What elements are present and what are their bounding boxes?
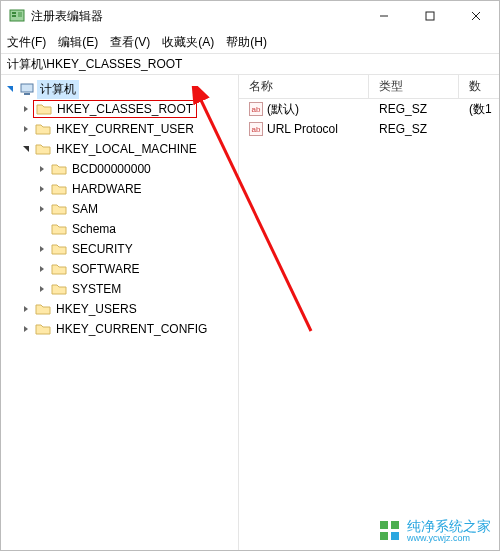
folder-icon [35,141,51,157]
computer-icon [19,81,35,97]
expand-icon[interactable] [3,82,17,96]
tree-node-hkcu[interactable]: HKEY_CURRENT_USER [1,119,238,139]
expand-icon[interactable] [35,182,49,196]
expand-icon[interactable] [35,262,49,276]
svg-rect-1 [12,12,16,14]
watermark-url: www.ycwjz.com [407,534,491,544]
address-text: 计算机\HKEY_CLASSES_ROOT [7,56,182,73]
tree-node-sam[interactable]: SAM [1,199,238,219]
watermark: 纯净系统之家 www.ycwjz.com [379,519,491,544]
tree-label: HKEY_LOCAL_MACHINE [53,141,200,157]
col-name[interactable]: 名称 [239,75,369,98]
value-data: (数1 [459,101,499,118]
svg-rect-8 [21,84,33,92]
folder-icon [51,221,67,237]
svg-rect-5 [426,12,434,20]
value-name: (默认) [267,101,299,118]
col-type[interactable]: 类型 [369,75,459,98]
list-item[interactable]: ab URL Protocol REG_SZ [239,119,499,139]
expand-icon[interactable] [35,202,49,216]
svg-rect-2 [12,15,16,17]
string-value-icon: ab [249,122,263,136]
tree-label: HKEY_CLASSES_ROOT [54,101,196,117]
expand-icon[interactable] [35,242,49,256]
tree-label: SECURITY [69,241,136,257]
folder-icon [35,321,51,337]
list-header: 名称 类型 数 [239,75,499,99]
tree-label: BCD00000000 [69,161,154,177]
menu-favorites[interactable]: 收藏夹(A) [162,34,214,51]
col-data[interactable]: 数 [459,75,499,98]
value-name: URL Protocol [267,122,338,136]
tree-label: HKEY_CURRENT_CONFIG [53,321,210,337]
svg-rect-11 [380,521,388,529]
tree-label: SOFTWARE [69,261,143,277]
tree-node-bcd[interactable]: BCD00000000 [1,159,238,179]
folder-icon [51,201,67,217]
svg-rect-9 [24,93,30,95]
folder-icon [51,241,67,257]
tree-node-software[interactable]: SOFTWARE [1,259,238,279]
expand-icon[interactable] [35,282,49,296]
tree-node-hku[interactable]: HKEY_USERS [1,299,238,319]
svg-rect-3 [18,12,22,17]
folder-icon [51,281,67,297]
tree-pane[interactable]: 计算机 HKEY_CLASSES_ROOT HKEY_CURRENT_USER … [1,75,239,550]
window-title: 注册表编辑器 [31,8,361,25]
tree-label: HKEY_USERS [53,301,140,317]
menu-help[interactable]: 帮助(H) [226,34,267,51]
svg-rect-14 [391,532,399,540]
folder-icon [51,161,67,177]
svg-rect-12 [391,521,399,529]
expand-icon[interactable] [19,102,33,116]
tree-node-schema[interactable]: Schema [1,219,238,239]
tree-label: SYSTEM [69,281,124,297]
tree-label: 计算机 [37,80,79,99]
expand-icon[interactable] [19,322,33,336]
list-pane[interactable]: 名称 类型 数 ab (默认) REG_SZ (数1 ab URL Protoc… [239,75,499,550]
watermark-brand: 纯净系统之家 [407,519,491,534]
close-button[interactable] [453,1,499,31]
expand-icon[interactable] [35,162,49,176]
expand-icon[interactable] [19,122,33,136]
menu-edit[interactable]: 编辑(E) [58,34,98,51]
collapse-icon[interactable] [19,142,33,156]
folder-icon [51,181,67,197]
expand-icon[interactable] [19,302,33,316]
value-type: REG_SZ [369,122,459,136]
folder-icon [36,101,52,117]
tree-node-hklm[interactable]: HKEY_LOCAL_MACHINE [1,139,238,159]
tree-label: HKEY_CURRENT_USER [53,121,197,137]
menu-view[interactable]: 查看(V) [110,34,150,51]
watermark-logo-icon [379,520,401,542]
tree-node-hkcc[interactable]: HKEY_CURRENT_CONFIG [1,319,238,339]
minimize-button[interactable] [361,1,407,31]
tree-label: SAM [69,201,101,217]
tree-node-security[interactable]: SECURITY [1,239,238,259]
titlebar[interactable]: 注册表编辑器 [1,1,499,31]
content-area: 计算机 HKEY_CLASSES_ROOT HKEY_CURRENT_USER … [1,75,499,550]
tree-label: Schema [69,221,119,237]
address-bar[interactable]: 计算机\HKEY_CLASSES_ROOT [1,53,499,75]
app-icon [9,8,25,24]
maximize-button[interactable] [407,1,453,31]
folder-icon [35,121,51,137]
menu-file[interactable]: 文件(F) [7,34,46,51]
tree-label: HARDWARE [69,181,145,197]
tree-node-hardware[interactable]: HARDWARE [1,179,238,199]
menubar: 文件(F) 编辑(E) 查看(V) 收藏夹(A) 帮助(H) [1,31,499,53]
svg-rect-13 [380,532,388,540]
window-buttons [361,1,499,31]
folder-icon [51,261,67,277]
tree-node-computer[interactable]: 计算机 [1,79,238,99]
tree-node-system[interactable]: SYSTEM [1,279,238,299]
regedit-window: 注册表编辑器 文件(F) 编辑(E) 查看(V) 收藏夹(A) 帮助(H) 计算… [0,0,500,551]
value-type: REG_SZ [369,102,459,116]
list-item[interactable]: ab (默认) REG_SZ (数1 [239,99,499,119]
tree-node-hkcr[interactable]: HKEY_CLASSES_ROOT [1,99,238,119]
folder-icon [35,301,51,317]
string-value-icon: ab [249,102,263,116]
